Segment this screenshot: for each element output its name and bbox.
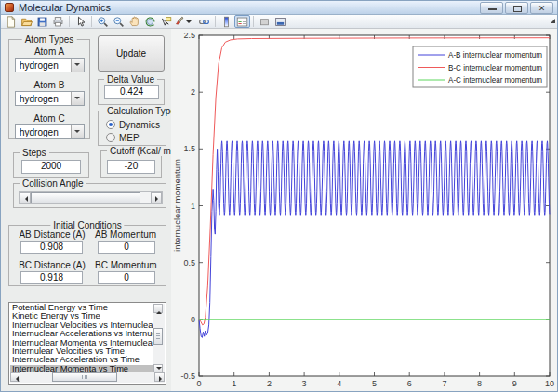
ab-distance-field[interactable]: 0.908 <box>20 241 83 254</box>
atom-b-dropdown[interactable]: hydrogen <box>15 91 85 106</box>
open-file-icon <box>20 16 33 28</box>
delta-value-title: Delta Value <box>104 74 157 85</box>
steps-panel: Steps 2000 <box>13 152 89 178</box>
save-figure-button[interactable] <box>34 15 50 28</box>
window-title: Molecular Dynamics <box>19 2 111 13</box>
toolbar-separator <box>250 16 257 27</box>
cutoff-panel: Cutoff (Kcal/ mol) -20 <box>100 150 162 178</box>
pan-tool-icon <box>128 16 140 28</box>
print-figure-icon <box>52 16 64 28</box>
list-item[interactable]: Kinetic Energy vs Time <box>10 312 155 320</box>
svg-text:4: 4 <box>337 379 341 388</box>
list-item[interactable]: Internuclear Accelerations vs Internucle… <box>10 330 155 338</box>
ab-distance-label: AB Distance (A) <box>19 229 86 240</box>
delta-value-panel: Delta Value 0.424 <box>98 79 165 105</box>
list-item[interactable]: Internuclear Velocities vs Internuclear … <box>10 321 155 330</box>
dock-figure-tool-button[interactable] <box>272 15 288 28</box>
svg-text:1: 1 <box>191 202 195 211</box>
listbox-vscrollbar[interactable] <box>153 304 165 373</box>
zoom-in-tool-button[interactable] <box>95 15 111 28</box>
update-button[interactable]: Update <box>98 35 165 72</box>
bc-distance-field[interactable]: 0.918 <box>20 271 83 284</box>
chart-legend[interactable]: A-B internuclear momentumB-C internuclea… <box>413 46 547 87</box>
svg-text:2.5: 2.5 <box>183 31 195 40</box>
figure-toolbar <box>1 15 557 29</box>
open-file-button[interactable] <box>19 15 34 28</box>
toolbar-overflow-chevron-icon[interactable] <box>551 19 555 23</box>
close-icon: ✕ <box>531 3 552 14</box>
list-item[interactable]: Internulear Velocities vs Time <box>10 347 155 356</box>
toolbar-separator <box>212 16 219 27</box>
collision-angle-slider[interactable] <box>19 191 163 204</box>
save-figure-icon <box>36 16 48 28</box>
new-figure-icon <box>5 16 17 28</box>
atom-types-title: Atom Types <box>22 34 77 45</box>
slider-thumb[interactable] <box>31 192 140 203</box>
link-plot-tool-button[interactable] <box>196 15 212 28</box>
atom-a-label: Atom A <box>9 46 89 57</box>
chart-region: 012345678910-0.500.511.522.5internuclear… <box>171 29 558 392</box>
steps-title: Steps <box>20 148 49 158</box>
brush-tool-button[interactable] <box>174 15 190 28</box>
zoom-in-tool-icon <box>97 16 109 28</box>
legend-entry-label: A-C internuclear momentum <box>448 75 542 85</box>
svg-text:2: 2 <box>267 379 272 388</box>
zoom-out-tool-button[interactable] <box>111 15 126 28</box>
slider-left-arrow-icon[interactable] <box>20 192 31 203</box>
list-item[interactable]: Internuclear Acceleration vs Time <box>10 356 155 364</box>
hide-plot-tools-tool-button[interactable] <box>257 15 272 28</box>
insert-colorbar-tool-icon <box>220 16 232 28</box>
hide-plot-tools-tool-icon <box>259 16 271 28</box>
dock-figure-tool-icon <box>274 16 286 28</box>
listbox-hscrollbar[interactable] <box>10 372 165 383</box>
radio-mep[interactable]: MEP <box>106 132 140 143</box>
ab-momentum-field[interactable]: 0 <box>98 241 155 254</box>
rotate-3d-tool-button[interactable] <box>142 15 158 28</box>
listbox-items: Potential Energy vs TimeKinetic Energy v… <box>10 304 155 374</box>
list-item[interactable]: Potential Energy vs Time <box>10 304 155 312</box>
plot-type-listbox[interactable]: Potential Energy vs TimeKinetic Energy v… <box>8 302 166 385</box>
close-button[interactable]: ✕ <box>530 2 553 14</box>
insert-legend-tool-button[interactable] <box>234 15 250 28</box>
cutoff-field[interactable]: -20 <box>107 160 155 174</box>
ab-momentum-label: AB Momentum <box>95 229 156 240</box>
scroll-up-icon[interactable] <box>153 304 163 313</box>
link-plot-tool-icon <box>198 16 210 28</box>
atom-b-value: hydrogen <box>20 94 59 104</box>
svg-text:7: 7 <box>442 379 446 388</box>
svg-text:6: 6 <box>407 379 412 388</box>
insert-colorbar-tool-button[interactable] <box>219 15 234 28</box>
molecular-dynamics-window: Molecular Dynamics ✕ Atom Types Atom A h… <box>0 0 558 392</box>
maximize-icon <box>513 6 522 12</box>
minimize-button[interactable] <box>480 2 503 14</box>
scroll-right-icon[interactable] <box>154 372 165 382</box>
bc-momentum-field[interactable]: 0 <box>98 271 155 284</box>
svg-text:-0.5: -0.5 <box>180 372 195 381</box>
svg-text:1: 1 <box>232 379 236 388</box>
radio-dynamics[interactable]: Dynamics <box>106 119 160 130</box>
atom-a-dropdown[interactable]: hydrogen <box>15 58 85 72</box>
new-figure-button[interactable] <box>3 15 19 28</box>
atom-c-label: Atom C <box>9 113 89 124</box>
svg-text:5: 5 <box>372 379 377 388</box>
radio-dynamics-dot <box>106 120 115 129</box>
print-figure-button[interactable] <box>50 15 66 28</box>
atom-c-dropdown[interactable]: hydrogen <box>15 124 85 139</box>
legend-entry-label: A-B internuclear momentum <box>448 50 542 59</box>
chevron-down-icon <box>71 59 84 72</box>
data-cursor-tool-icon <box>160 16 172 28</box>
title-bar: Molecular Dynamics ✕ <box>1 1 557 15</box>
vscroll-thumb[interactable] <box>153 328 163 345</box>
hscroll-thumb[interactable] <box>52 372 117 382</box>
list-item[interactable]: Internuclear Momenta vs Internuclear Dis… <box>10 339 155 347</box>
minimize-icon <box>488 8 497 10</box>
scroll-left-icon[interactable] <box>10 372 20 382</box>
maximize-button[interactable] <box>505 2 528 14</box>
delta-value-field[interactable]: 0.424 <box>104 85 159 99</box>
pointer-tool-button[interactable] <box>73 15 88 28</box>
slider-right-arrow-icon[interactable] <box>151 192 162 203</box>
brush-tool-icon <box>173 16 185 28</box>
steps-field[interactable]: 2000 <box>21 160 81 174</box>
data-cursor-tool-button[interactable] <box>158 15 174 28</box>
pan-tool-button[interactable] <box>126 15 142 28</box>
